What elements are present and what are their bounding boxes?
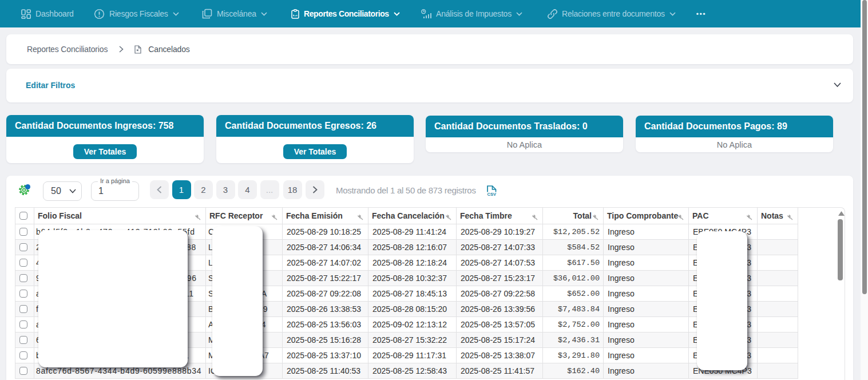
svg-text:CSV: CSV: [487, 192, 496, 196]
